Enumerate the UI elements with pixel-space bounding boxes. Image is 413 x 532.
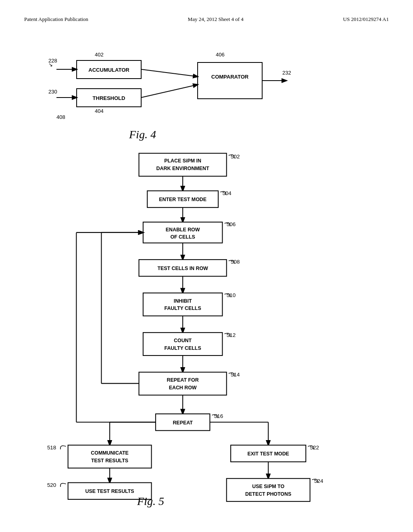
svg-text:PLACE SiPM IN: PLACE SiPM IN bbox=[164, 158, 201, 164]
fig4-diagram: ACCUMULATOR THRESHOLD COMPARATOR 228 ↘ bbox=[24, 40, 371, 145]
svg-text:402: 402 bbox=[95, 52, 104, 58]
svg-rect-0 bbox=[77, 60, 141, 79]
svg-text:520: 520 bbox=[47, 482, 56, 488]
svg-text:502: 502 bbox=[231, 154, 240, 160]
svg-text:OF CELLS: OF CELLS bbox=[170, 234, 195, 240]
svg-text:TEST RESULTS: TEST RESULTS bbox=[91, 458, 128, 463]
svg-text:USE SiPM TO: USE SiPM TO bbox=[252, 484, 284, 489]
fig5-diagram: PLACE SiPM IN DARK ENVIRONMENT 502 ENTER… bbox=[24, 149, 387, 512]
svg-text:FAULTY CELLS: FAULTY CELLS bbox=[164, 345, 201, 351]
svg-rect-65 bbox=[68, 445, 152, 468]
svg-rect-77 bbox=[227, 478, 310, 501]
header-left: Patent Application Publication bbox=[24, 16, 88, 23]
svg-text:COUNT: COUNT bbox=[174, 338, 192, 343]
svg-text:ACCUMULATOR: ACCUMULATOR bbox=[88, 67, 129, 73]
svg-text:↘: ↘ bbox=[48, 62, 53, 68]
svg-rect-4 bbox=[198, 62, 262, 99]
header-right: US 2012/0129274 A1 bbox=[343, 16, 389, 23]
svg-text:COMMUNICATE: COMMUNICATE bbox=[91, 450, 129, 456]
page: Patent Application Publication May 24, 2… bbox=[0, 0, 413, 532]
svg-text:522: 522 bbox=[310, 445, 319, 451]
svg-rect-37 bbox=[143, 293, 223, 316]
svg-text:COMPARATOR: COMPARATOR bbox=[211, 74, 249, 80]
svg-text:USE TEST RESULTS: USE TEST RESULTS bbox=[86, 488, 134, 494]
svg-text:504: 504 bbox=[222, 190, 232, 196]
svg-text:518: 518 bbox=[47, 445, 56, 451]
svg-text:508: 508 bbox=[231, 259, 240, 265]
svg-text:REPEAT: REPEAT bbox=[173, 420, 193, 426]
svg-text:FAULTY CELLS: FAULTY CELLS bbox=[164, 305, 201, 311]
svg-rect-55 bbox=[156, 414, 210, 430]
svg-rect-73 bbox=[231, 445, 306, 461]
svg-text:230: 230 bbox=[48, 89, 57, 95]
fig4-label: Fig. 4 bbox=[129, 128, 156, 141]
svg-text:506: 506 bbox=[227, 221, 236, 227]
svg-rect-42 bbox=[143, 332, 223, 355]
svg-text:ENABLE ROW: ENABLE ROW bbox=[166, 227, 200, 233]
svg-rect-33 bbox=[139, 260, 226, 276]
svg-text:ENTER TEST MODE: ENTER TEST MODE bbox=[159, 197, 206, 202]
svg-text:DARK ENVIRONMENT: DARK ENVIRONMENT bbox=[156, 166, 209, 171]
svg-text:228: 228 bbox=[48, 58, 57, 64]
svg-text:406: 406 bbox=[216, 52, 225, 58]
svg-text:510: 510 bbox=[227, 292, 236, 298]
svg-text:EXIT TEST MODE: EXIT TEST MODE bbox=[247, 451, 289, 457]
svg-text:524: 524 bbox=[314, 478, 323, 484]
svg-text:516: 516 bbox=[214, 413, 223, 419]
svg-rect-24 bbox=[147, 191, 218, 207]
svg-text:514: 514 bbox=[231, 372, 240, 378]
svg-rect-28 bbox=[143, 222, 223, 243]
page-header: Patent Application Publication May 24, 2… bbox=[24, 16, 389, 23]
svg-line-8 bbox=[141, 69, 198, 77]
svg-text:DETECT PHOTONS: DETECT PHOTONS bbox=[245, 491, 291, 497]
svg-text:THRESHOLD: THRESHOLD bbox=[93, 95, 125, 101]
fig5-label: Fig. 5 bbox=[137, 495, 164, 508]
svg-text:TEST CELLS IN ROW: TEST CELLS IN ROW bbox=[157, 266, 208, 271]
svg-rect-47 bbox=[139, 372, 226, 395]
svg-text:EACH ROW: EACH ROW bbox=[169, 385, 197, 391]
svg-text:REPEAT FOR: REPEAT FOR bbox=[167, 377, 199, 383]
svg-text:408: 408 bbox=[56, 114, 65, 120]
svg-text:404: 404 bbox=[95, 108, 104, 114]
svg-text:232: 232 bbox=[282, 70, 291, 76]
svg-line-9 bbox=[141, 85, 198, 98]
header-center: May 24, 2012 Sheet 4 of 4 bbox=[188, 16, 244, 23]
svg-rect-2 bbox=[77, 89, 141, 107]
svg-text:INHIBIT: INHIBIT bbox=[174, 298, 192, 304]
svg-rect-19 bbox=[139, 153, 226, 176]
svg-text:512: 512 bbox=[227, 332, 236, 338]
